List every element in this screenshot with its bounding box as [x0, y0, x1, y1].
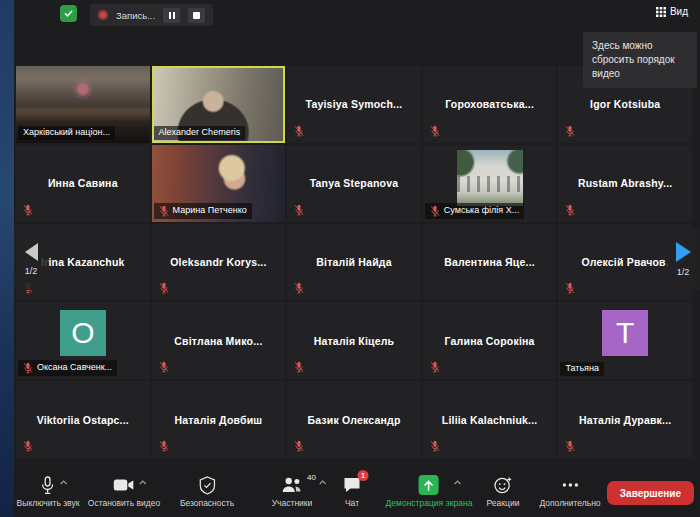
participant-tile-20[interactable]: TТатьяна [558, 302, 692, 379]
muted-mic-icon [159, 205, 169, 217]
pause-icon [169, 12, 175, 19]
stop-video-button-label: Остановить видео [88, 498, 160, 508]
security-button[interactable]: Безопасность [180, 475, 234, 508]
participant-name: Гороховатська... [423, 66, 557, 143]
page-indicator: 1/2 [677, 267, 690, 277]
muted-mic-icon [430, 361, 440, 373]
chat-unread-badge: 1 [358, 470, 369, 481]
muted-mic-icon [565, 282, 575, 294]
microphone-icon [41, 476, 55, 495]
next-page-button[interactable]: 1/2 [666, 228, 700, 290]
page-indicator: 1/2 [25, 266, 38, 276]
chevron-left-icon [25, 243, 38, 261]
share-screen-icon [419, 475, 439, 495]
participant-name: Валентина Яце... [423, 224, 557, 301]
participant-name: Наталія Дуравк... [558, 381, 692, 458]
share-options-caret[interactable] [454, 480, 462, 485]
muted-mic-icon [565, 204, 575, 216]
chat-button[interactable]: 1 Чат [343, 475, 362, 508]
participant-name: Галина Сорокіна [423, 302, 557, 379]
mute-button[interactable]: Выключить звук [17, 475, 80, 508]
participant-tile-23[interactable]: Базик Олександр [287, 381, 421, 458]
participant-name: Наталія Кіцель [287, 302, 421, 379]
participants-count-badge: 40 [307, 473, 316, 482]
mute-button-label: Выключить звук [17, 498, 80, 508]
zoom-meeting-window: Запись... Вид Здесь можно сбросить поряд… [14, 0, 700, 517]
muted-mic-icon [294, 204, 304, 216]
participant-tile-24[interactable]: Liliia Kalachniuk... [423, 381, 557, 458]
desktop-background-strip [0, 0, 14, 517]
previous-page-button[interactable]: 1/2 [14, 228, 48, 290]
muted-mic-icon [23, 204, 33, 216]
participant-name-label: Харківський націон... [18, 126, 115, 140]
participant-name: Tayisiya Symoch... [287, 66, 421, 143]
participant-tile-6[interactable]: Инна Савина [16, 145, 150, 222]
participant-name-label: Марина Петченко [154, 203, 252, 219]
recording-status-label: Запись... [116, 10, 155, 21]
participant-tile-9[interactable]: Сумська філія Х... [423, 145, 557, 222]
muted-mic-icon [159, 440, 169, 452]
muted-mic-icon [430, 440, 440, 452]
grid-view-icon [656, 7, 666, 17]
muted-mic-icon [565, 125, 575, 137]
muted-mic-icon [294, 361, 304, 373]
participant-tile-13[interactable]: Віталій Найда [287, 224, 421, 301]
participant-tile-21[interactable]: Viktoriia Ostapc... [16, 381, 150, 458]
participants-button[interactable]: 40 Участники [272, 475, 313, 508]
muted-mic-icon [565, 440, 575, 452]
participant-tile-7[interactable]: Марина Петченко [152, 145, 286, 222]
stop-recording-button[interactable] [188, 8, 205, 23]
participant-name: Viktoriia Ostapc... [16, 381, 150, 458]
muted-mic-icon [23, 362, 33, 374]
participant-tile-19[interactable]: Галина Сорокіна [423, 302, 557, 379]
participant-name: Наталія Довбиш [152, 381, 286, 458]
participants-icon [281, 476, 303, 494]
participant-name: Tanya Stepanova [287, 145, 421, 222]
participant-name: Oleksandr Korys... [152, 224, 286, 301]
participant-tile-10[interactable]: Rustam Abrashy... [558, 145, 692, 222]
checkmark-icon [63, 8, 74, 19]
encryption-shield-icon[interactable] [60, 5, 77, 22]
more-button[interactable]: Дополнительно [539, 475, 600, 508]
participant-tile-4[interactable]: Гороховатська... [423, 66, 557, 143]
muted-mic-icon [294, 125, 304, 137]
muted-mic-icon [430, 205, 440, 217]
participant-tile-3[interactable]: Tayisiya Symoch... [287, 66, 421, 143]
avatar: T [602, 310, 648, 356]
muted-mic-icon [23, 440, 33, 452]
recording-controls: Запись... [90, 4, 213, 26]
participant-tile-1[interactable]: Харківський націон... [16, 66, 150, 143]
participant-tile-18[interactable]: Наталія Кіцель [287, 302, 421, 379]
video-camera-icon [113, 478, 135, 492]
muted-mic-icon [294, 282, 304, 294]
avatar: O [60, 310, 106, 356]
smiley-reactions-icon [494, 476, 513, 495]
pause-recording-button[interactable] [163, 8, 180, 23]
participant-name-label: Alexander Chemeris [154, 126, 246, 140]
participant-tile-22[interactable]: Наталія Довбиш [152, 381, 286, 458]
share-screen-button-label: Демонстрация экрана [386, 498, 473, 508]
muted-mic-icon [294, 440, 304, 452]
share-screen-button[interactable]: Демонстрация экрана [386, 475, 473, 508]
participant-tile-8[interactable]: Tanya Stepanova [287, 145, 421, 222]
mute-options-caret[interactable] [60, 480, 68, 485]
end-meeting-button[interactable]: Завершение [607, 481, 694, 505]
shield-icon [198, 476, 215, 495]
recording-indicator-icon [98, 10, 108, 20]
participant-name-label: Татьяна [560, 362, 604, 376]
participant-tile-16[interactable]: OОксана Савченк... [16, 302, 150, 379]
participants-options-caret[interactable] [319, 480, 327, 485]
participant-tile-12[interactable]: Oleksandr Korys... [152, 224, 286, 301]
stop-icon [193, 12, 200, 19]
participant-tile-14[interactable]: Валентина Яце... [423, 224, 557, 301]
view-button[interactable]: Вид [650, 5, 694, 18]
participant-tile-17[interactable]: Світлана Мико... [152, 302, 286, 379]
participant-name-label: Оксана Савченк... [18, 360, 117, 376]
stop-video-button[interactable]: Остановить видео [88, 475, 160, 508]
profile-photo [457, 150, 523, 206]
chat-button-label: Чат [345, 498, 359, 508]
participant-tile-2[interactable]: Alexander Chemeris [152, 66, 286, 143]
reactions-button[interactable]: Реакции [487, 475, 520, 508]
video-options-caret[interactable] [139, 480, 147, 485]
participant-tile-25[interactable]: Наталія Дуравк... [558, 381, 692, 458]
